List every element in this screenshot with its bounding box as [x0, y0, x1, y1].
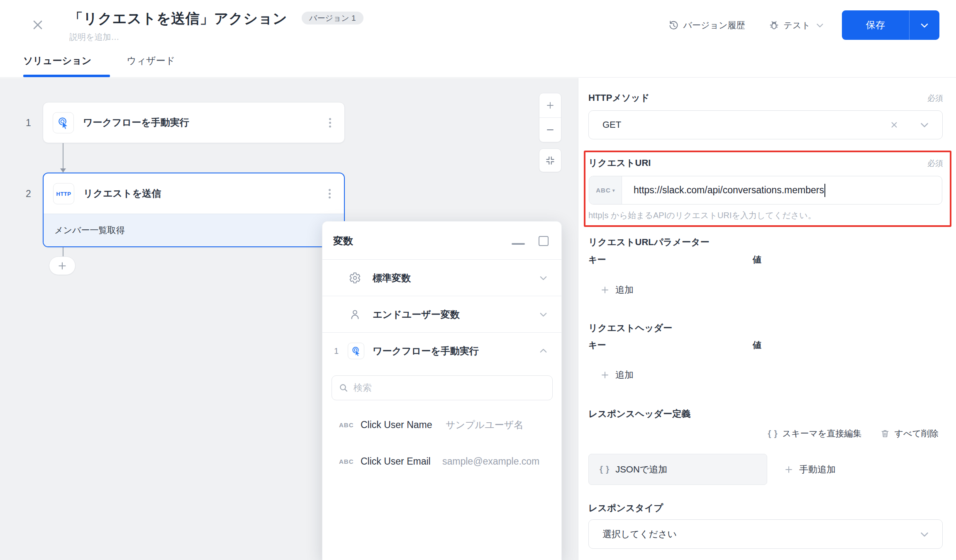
- url-params-value-header: 値: [753, 254, 761, 265]
- variable-item-click-user-email[interactable]: ABC Click User Email sample@example.com: [322, 448, 561, 475]
- request-headers-value-header: 値: [753, 339, 761, 351]
- zoom-out-button[interactable]: [539, 117, 561, 142]
- version-badge: バージョン 1: [302, 12, 363, 24]
- search-input[interactable]: [354, 382, 546, 393]
- node-2-subtitle: メンバー一覧取得: [44, 214, 344, 246]
- response-type-label: レスポンスタイプ: [588, 502, 663, 514]
- chevron-down-icon: [918, 528, 931, 541]
- fit-view-button[interactable]: [539, 149, 561, 172]
- add-node-button[interactable]: [49, 256, 76, 275]
- minus-icon: [545, 125, 555, 135]
- caret-down-icon: ▾: [612, 187, 615, 193]
- flow-connector: [63, 143, 63, 169]
- manual-trigger-icon: [53, 112, 74, 133]
- section-label: エンドユーザー変数: [373, 308, 460, 321]
- maximize-icon[interactable]: [539, 236, 549, 246]
- request-headers-add-button[interactable]: 追加: [600, 369, 634, 381]
- edit-schema-button[interactable]: { } スキーマを直接編集: [768, 428, 861, 439]
- test-button[interactable]: テスト: [768, 19, 825, 31]
- url-params-add-button[interactable]: 追加: [600, 284, 634, 296]
- node-1-title: ワークフローを手動実行: [83, 116, 189, 129]
- workflow-node-trigger[interactable]: ワークフローを手動実行: [43, 102, 345, 143]
- save-button[interactable]: 保存: [842, 10, 909, 40]
- zoom-in-button[interactable]: [539, 93, 561, 117]
- node-2-index: 2: [26, 188, 31, 200]
- node-2-menu-icon[interactable]: [326, 186, 333, 201]
- url-params-key-header: キー: [588, 254, 606, 265]
- variable-sample: sample@example.com: [442, 456, 539, 467]
- bug-icon: [768, 19, 780, 31]
- plus-icon: [784, 465, 794, 475]
- variables-panel-header: 変数: [322, 222, 561, 260]
- header-actions: バージョン履歴 テスト 保存: [668, 10, 939, 40]
- tab-bar: ソリューション ウィザード: [23, 54, 175, 77]
- response-type-value: 選択してください: [602, 528, 677, 541]
- request-uri-input[interactable]: ABC ▾ https://slack.com/api/conversation…: [589, 176, 942, 205]
- manual-trigger-icon: [348, 343, 364, 359]
- request-uri-label: リクエストURI: [588, 157, 651, 169]
- minimize-icon[interactable]: [512, 243, 525, 245]
- chevron-up-icon: [538, 346, 549, 357]
- save-options-button[interactable]: [910, 10, 939, 40]
- required-badge: 必須: [927, 158, 943, 169]
- zoom-controls: [539, 93, 561, 142]
- plus-icon: [600, 370, 610, 380]
- section-label: 標準変数: [373, 271, 411, 284]
- abc-type-icon: ABC: [339, 421, 354, 429]
- section-standard-variables[interactable]: 標準変数: [322, 260, 561, 296]
- http-icon: HTTP: [53, 183, 74, 204]
- section-manual-trigger-variables[interactable]: 1 ワークフローを手動実行: [322, 333, 561, 369]
- clear-icon[interactable]: [889, 120, 899, 130]
- request-uri-value: https://slack.com/api/conversations.memb…: [634, 185, 824, 196]
- version-history-button[interactable]: バージョン履歴: [668, 19, 745, 31]
- description-placeholder[interactable]: 説明を追加…: [69, 32, 119, 43]
- delete-all-button[interactable]: すべて削除: [880, 428, 939, 439]
- variables-panel: 変数 標準変数 エンドユーザー変数: [322, 221, 562, 560]
- version-history-label: バージョン履歴: [683, 19, 745, 31]
- http-method-select[interactable]: GET: [588, 110, 943, 139]
- abc-type-icon: ABC: [339, 458, 354, 465]
- section-label: ワークフローを手動実行: [373, 345, 479, 358]
- trash-icon: [880, 429, 890, 438]
- node-2-title: リクエストを送信: [83, 187, 161, 200]
- node-1-menu-icon[interactable]: [327, 115, 334, 130]
- response-header-def-label: レスポンスヘッダー定義: [588, 408, 690, 420]
- request-headers-key-header: キー: [588, 339, 606, 351]
- section-enduser-variables[interactable]: エンドユーザー変数: [322, 296, 561, 333]
- variable-search-box: [332, 375, 553, 400]
- save-split-button: 保存: [842, 10, 939, 40]
- plus-icon: [57, 261, 68, 271]
- workflow-node-send-request[interactable]: HTTP リクエストを送信 メンバー一覧取得: [43, 173, 345, 247]
- tab-wizard[interactable]: ウィザード: [127, 54, 175, 77]
- flow-arrow-head: [60, 168, 66, 173]
- page-title: 「リクエストを送信」アクション: [69, 9, 287, 28]
- add-json-button[interactable]: { } JSONで追加: [588, 454, 767, 485]
- request-uri-helper: http|s から始まるAPIのリクエストURIを入力してください。: [588, 210, 816, 221]
- http-method-label: HTTPメソッド: [588, 92, 650, 104]
- node-1-index: 1: [26, 117, 31, 129]
- variable-name: Click User Email: [361, 456, 431, 467]
- tab-solution[interactable]: ソリューション: [23, 54, 91, 77]
- gear-icon: [349, 272, 361, 284]
- variable-sample: サンプルユーザ名: [446, 419, 523, 431]
- variable-item-click-user-name[interactable]: ABC Click User Name サンプルユーザ名: [322, 411, 561, 438]
- flow-connector: [63, 247, 63, 257]
- plus-icon: [600, 285, 610, 295]
- request-config-panel: HTTPメソッド 必須 GET リクエストURI 必須 ABC ▾ https:…: [578, 78, 956, 560]
- search-icon: [339, 383, 349, 393]
- braces-icon: { }: [768, 429, 778, 438]
- response-header-actions: { } スキーマを直接編集 すべて削除: [768, 428, 939, 439]
- required-badge: 必須: [927, 93, 943, 104]
- request-headers-label: リクエストヘッダー: [588, 322, 672, 334]
- braces-icon: { }: [600, 465, 610, 474]
- response-type-select[interactable]: 選択してください: [588, 519, 943, 549]
- chevron-down-icon: [919, 19, 930, 31]
- variable-type-dropdown[interactable]: ABC ▾: [589, 176, 622, 204]
- fit-view-icon: [545, 155, 556, 166]
- person-icon: [349, 308, 361, 320]
- chevron-down-icon: [918, 119, 931, 131]
- header: 「リクエストを送信」アクション バージョン 1 説明を追加… バージョン履歴 テ…: [0, 0, 956, 78]
- test-label: テスト: [784, 19, 810, 31]
- add-manual-button[interactable]: 手動追加: [784, 463, 836, 476]
- close-icon[interactable]: [31, 17, 46, 32]
